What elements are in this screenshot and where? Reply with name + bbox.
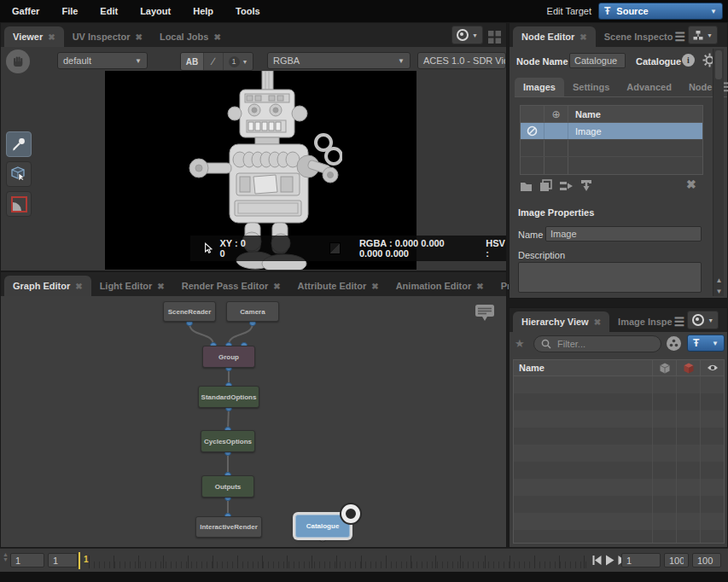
edit-target-label: Edit Target <box>547 6 591 16</box>
pan-hand-icon[interactable] <box>6 49 30 73</box>
hierarchy-name-header: Name <box>519 363 545 373</box>
close-icon[interactable]: ✖ <box>371 282 378 291</box>
filter-field[interactable] <box>533 335 661 352</box>
node-graph-pin-button[interactable]: ▼ <box>688 26 718 44</box>
menu-gaffer[interactable]: Gaffer <box>12 6 39 16</box>
filter-options-icon[interactable] <box>667 336 681 351</box>
scope-dropdown[interactable]: Ŧ ▼ <box>687 335 725 352</box>
close-icon[interactable]: ✖ <box>136 32 143 42</box>
include-filter-column[interactable] <box>652 360 676 375</box>
render-status-icon <box>527 125 538 137</box>
tab-images[interactable]: Images <box>515 78 564 96</box>
close-icon[interactable]: ✖ <box>48 32 55 42</box>
tab-render-pass-editor[interactable]: Render Pass Editor✖ <box>173 276 289 296</box>
tab-node-editor[interactable]: Node Editor✖ <box>513 26 596 47</box>
close-icon[interactable]: ✖ <box>273 282 280 291</box>
node-standardoptions[interactable]: StandardOptions <box>198 386 259 408</box>
menu-edit[interactable]: Edit <box>100 6 118 16</box>
info-icon[interactable]: i <box>682 54 695 67</box>
tab-attribute-editor[interactable]: Attribute Editor✖ <box>289 276 387 296</box>
graph-canvas[interactable]: SceneReader Camera Group StandardOptions… <box>1 296 506 547</box>
scroll-up-icon[interactable]: ▲ <box>713 276 725 284</box>
close-icon[interactable]: ✖ <box>476 282 483 291</box>
tab-graph-editor[interactable]: Graph Editor✖ <box>4 276 91 296</box>
description-input[interactable] <box>518 262 702 293</box>
channels-select[interactable]: RGBA ▼ <box>267 52 411 69</box>
focus-target-button[interactable]: ▼ <box>687 311 719 329</box>
compare-image-button[interactable]: 1 ▼ <box>223 53 253 70</box>
tab-list-icon[interactable]: ☰ <box>674 316 685 328</box>
display-transform-select[interactable]: ACES 1.0 - SDR Video <box>417 52 506 69</box>
scroll-down-icon[interactable]: ▼ <box>713 288 725 295</box>
image-name-input[interactable] <box>545 226 702 242</box>
image-row-label: Image <box>575 126 602 137</box>
crop-window-tool[interactable] <box>6 191 32 217</box>
close-icon[interactable]: ✖ <box>594 317 601 327</box>
skip-to-start-icon[interactable] <box>592 555 602 566</box>
close-icon[interactable]: ✖ <box>75 282 82 291</box>
timeline-ruler[interactable] <box>89 554 589 568</box>
playhead[interactable] <box>79 552 80 569</box>
node-name-input[interactable] <box>569 53 626 68</box>
chevron-down-icon: ▼ <box>708 317 713 323</box>
export-image-icon[interactable] <box>559 180 574 192</box>
image-row[interactable]: Image <box>521 123 702 140</box>
visibility-column[interactable] <box>700 360 724 375</box>
tab-local-jobs[interactable]: Local Jobs✖ <box>151 26 230 47</box>
tab-hierarchy-view[interactable]: Hierarchy View✖ <box>513 311 609 332</box>
duplicate-image-icon[interactable] <box>539 179 552 192</box>
compare-button-group: AB ∕ 1 ▼ <box>180 52 253 71</box>
tab-animation-editor[interactable]: Animation Editor✖ <box>387 276 492 296</box>
filter-input[interactable] <box>556 338 653 350</box>
remove-image-icon[interactable]: ✖ <box>686 178 696 191</box>
node-editor-scrollbar[interactable]: ▲ ▼ <box>713 49 724 296</box>
hierarchy-table-body[interactable] <box>513 376 725 544</box>
tab-image-inspector[interactable]: Image Inspe <box>609 311 674 332</box>
range-end-field[interactable] <box>664 553 689 567</box>
table-row <box>514 479 724 496</box>
menu-layout[interactable]: Layout <box>140 6 171 16</box>
tab-settings[interactable]: Settings <box>564 78 618 96</box>
play-icon[interactable] <box>605 555 614 566</box>
node-cyclesoptions[interactable]: CyclesOptions <box>201 430 255 452</box>
current-frame-field[interactable] <box>10 553 44 567</box>
selection-tool[interactable] <box>6 161 32 187</box>
bookmark-star-icon[interactable]: ★ <box>515 337 525 350</box>
edit-target-dropdown[interactable]: Ŧ Source ▼ <box>598 3 723 20</box>
annotation-bubble-icon[interactable] <box>474 303 496 323</box>
layout-grid-icon[interactable] <box>488 31 501 44</box>
close-icon[interactable]: ✖ <box>213 32 220 42</box>
tab-viewer[interactable]: Viewer✖ <box>4 26 64 47</box>
node-camera[interactable]: Camera <box>226 301 279 322</box>
focus-ring-icon[interactable] <box>341 504 360 523</box>
tab-list-icon[interactable]: ☰ <box>674 31 685 43</box>
tab-scene-inspector[interactable]: Scene Inspecto <box>596 26 675 47</box>
close-icon[interactable]: ✖ <box>157 282 164 291</box>
hsv-readout: HSV : <box>486 238 506 259</box>
range-start-field[interactable] <box>621 553 661 567</box>
viewer-tab-bar: Viewer✖ UV Inspector✖ Local Jobs✖ ▼ <box>1 23 506 47</box>
compare-ab-button[interactable]: AB <box>181 53 203 70</box>
playback-end-field[interactable] <box>692 553 721 567</box>
add-image-icon[interactable] <box>520 180 533 192</box>
tab-uv-inspector[interactable]: UV Inspector✖ <box>64 26 151 47</box>
menu-help[interactable]: Help <box>193 6 213 16</box>
spinner-icons[interactable]: ▲▼ <box>3 552 9 562</box>
tab-light-editor[interactable]: Light Editor✖ <box>91 276 173 296</box>
node-interactiverender[interactable]: InteractiveRender <box>195 516 262 538</box>
menu-file[interactable]: File <box>61 6 78 16</box>
tab-advanced[interactable]: Advanced <box>618 78 680 96</box>
focus-target-button[interactable]: ▼ <box>451 26 483 44</box>
node-group[interactable]: Group <box>202 346 255 368</box>
close-icon[interactable]: ✖ <box>579 32 586 42</box>
node-scenereader[interactable]: SceneReader <box>163 301 216 322</box>
extract-image-icon[interactable] <box>580 179 592 192</box>
node-outputs[interactable]: Outputs <box>201 475 254 498</box>
exclude-filter-column[interactable] <box>676 360 700 375</box>
view-select[interactable]: default ▼ <box>57 52 148 69</box>
menu-tools[interactable]: Tools <box>236 6 260 16</box>
wipe-icon[interactable]: ∕ <box>203 53 223 70</box>
frame-field[interactable] <box>48 553 78 567</box>
color-picker-tool[interactable] <box>6 131 32 157</box>
chevron-down-icon: ▼ <box>472 32 478 38</box>
